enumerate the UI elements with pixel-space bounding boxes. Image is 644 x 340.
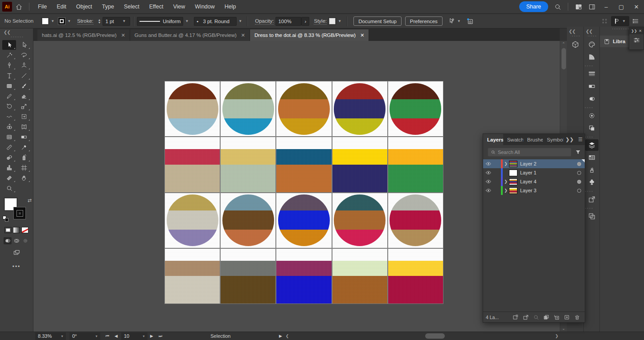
artboard-cell-r1c3[interactable] <box>276 81 331 136</box>
chevron-down-icon[interactable]: ▼ <box>455 19 463 23</box>
artboard[interactable] <box>164 81 443 304</box>
striped-circle-swatch[interactable] <box>222 194 274 246</box>
gradient-tool[interactable] <box>17 132 31 142</box>
pen-tool[interactable] <box>2 61 16 70</box>
slice-tool[interactable] <box>2 173 16 183</box>
draw-behind-button[interactable] <box>12 237 21 244</box>
layer-target-icon[interactable] <box>573 180 585 184</box>
stripe-band[interactable] <box>221 261 275 276</box>
swatches-panel-icon[interactable] <box>585 152 599 163</box>
stroke-label[interactable]: Stroke: <box>77 18 93 24</box>
home-icon[interactable] <box>12 0 25 13</box>
new-layer-button[interactable] <box>562 313 572 322</box>
artboard-cell-r1c5[interactable] <box>388 81 443 136</box>
stripe-band[interactable] <box>276 165 331 192</box>
artboard-cell-r4c3[interactable] <box>276 249 331 304</box>
stripe-band[interactable] <box>165 149 220 165</box>
document-setup-button[interactable]: Document Setup <box>353 16 402 26</box>
chevron-down-icon[interactable]: ▼ <box>237 19 244 23</box>
visibility-eye-icon[interactable] <box>483 178 494 185</box>
selection-tool[interactable] <box>2 40 16 50</box>
artboard-cell-r3c2[interactable] <box>221 193 275 248</box>
stripe-band[interactable] <box>332 137 387 149</box>
horizontal-scrollbar-thumb[interactable] <box>425 333 445 339</box>
default-fill-stroke-icon[interactable] <box>3 216 8 222</box>
stripe-band[interactable] <box>332 165 387 192</box>
column-graph-tool[interactable] <box>2 163 16 173</box>
stripe-band[interactable] <box>276 276 331 304</box>
transparency-panel-icon[interactable] <box>585 93 599 105</box>
stripe-band[interactable] <box>388 276 443 304</box>
share-button[interactable]: Share <box>519 1 548 12</box>
visibility-eye-icon[interactable] <box>483 170 494 176</box>
properties-panel-icon[interactable] <box>629 34 644 44</box>
stripe-band[interactable] <box>388 261 443 276</box>
hand-tool[interactable] <box>17 173 31 183</box>
last-artboard-button[interactable]: ⏭ <box>156 334 165 339</box>
graphic-styles-panel-icon[interactable] <box>585 122 599 134</box>
stripe-band[interactable] <box>165 165 220 192</box>
menu-type[interactable]: Type <box>97 0 119 14</box>
rectangle-tool[interactable] <box>2 81 16 91</box>
stripe-band[interactable] <box>165 137 220 149</box>
stripe-band[interactable] <box>221 249 275 261</box>
stripe-band[interactable] <box>221 149 275 165</box>
chevron-down-icon[interactable]: ▼ <box>183 19 190 23</box>
symbols-panel-icon[interactable] <box>585 177 599 188</box>
panel-tab-swatch[interactable]: Swatch <box>503 134 523 145</box>
brushes-panel-icon[interactable] <box>585 164 599 176</box>
canvas[interactable] <box>33 41 560 332</box>
status-menu-icon[interactable]: ▶ <box>276 334 285 338</box>
mesh-tool[interactable] <box>2 132 16 142</box>
fill-swatch[interactable] <box>41 17 49 25</box>
scroll-up-icon[interactable]: ⌃ <box>560 41 567 47</box>
rotate-tool[interactable] <box>2 101 16 111</box>
layer-row-layer-4[interactable]: ❯Layer 4 <box>483 177 585 186</box>
symbol-sprayer-tool[interactable] <box>17 153 31 162</box>
menu-edit[interactable]: Edit <box>52 0 71 14</box>
gradient-mode-button[interactable] <box>13 227 20 233</box>
panel-grip[interactable] <box>584 136 593 138</box>
scroll-down-icon[interactable]: ⌄ <box>560 325 567 332</box>
search-icon[interactable] <box>551 0 564 13</box>
appearance-panel-icon[interactable] <box>585 110 599 121</box>
horizontal-scrollbar[interactable]: ❮ ❯ <box>285 332 559 340</box>
artboard-cell-r3c1[interactable] <box>165 193 220 248</box>
stroke-color-control[interactable]: ▼ <box>58 17 73 25</box>
striped-circle-swatch[interactable] <box>278 194 330 246</box>
previous-artboard-button[interactable]: ◀ <box>112 334 120 338</box>
stripe-band[interactable] <box>221 137 275 149</box>
chevron-down-icon[interactable]: ▼ <box>620 19 628 23</box>
striped-circle-swatch[interactable] <box>167 83 218 135</box>
artboard-cell-r1c2[interactable] <box>221 81 275 136</box>
layer-thumbnail[interactable] <box>509 187 517 194</box>
artboards-panel-icon[interactable] <box>585 210 599 222</box>
artboard-number-field[interactable]: 10 <box>121 332 140 340</box>
eraser-tool[interactable] <box>17 91 31 101</box>
preferences-button[interactable]: Preferences <box>405 16 443 26</box>
layer-thumbnail[interactable] <box>509 161 517 167</box>
vertical-scrollbar-thumb[interactable] <box>562 48 566 69</box>
line-segment-tool[interactable] <box>17 71 31 81</box>
stripe-band[interactable] <box>221 165 275 192</box>
blend-tool[interactable] <box>2 153 16 162</box>
curvature-tool[interactable] <box>17 61 31 70</box>
search-input[interactable] <box>498 150 568 155</box>
measure-tool[interactable] <box>2 142 16 152</box>
width-tool[interactable] <box>2 112 16 121</box>
chevron-down-icon[interactable]: ▼ <box>66 19 73 23</box>
striped-circle-swatch[interactable] <box>167 194 218 246</box>
window-maximize-button[interactable]: ▢ <box>614 1 629 12</box>
artboard-cell-r2c4[interactable] <box>332 137 387 192</box>
chevron-down-icon[interactable]: ▼ <box>336 19 343 23</box>
visibility-eye-icon[interactable] <box>483 161 494 167</box>
scroll-right-icon[interactable]: ❯ <box>555 332 558 340</box>
filter-icon[interactable] <box>575 149 581 155</box>
artboard-cell-r4c4[interactable] <box>332 249 387 304</box>
stripe-band[interactable] <box>276 149 331 165</box>
artboard-cell-r4c1[interactable] <box>165 249 220 304</box>
document-intent-icon[interactable] <box>466 17 474 25</box>
artboard-cell-r1c4[interactable] <box>332 81 387 136</box>
type-tool[interactable] <box>2 71 16 81</box>
close-tab-icon[interactable]: ✕ <box>121 32 125 38</box>
